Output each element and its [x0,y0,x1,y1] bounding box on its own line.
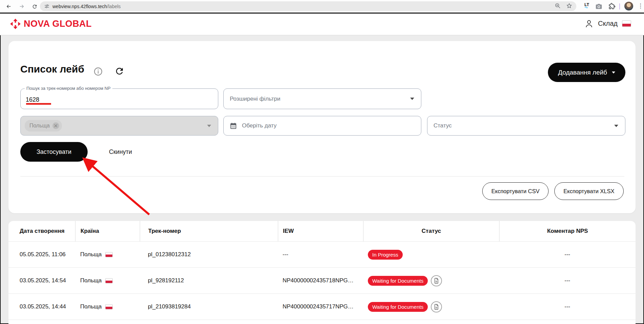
cell-date: 03.05.2025, 14:54 [8,277,75,284]
country-chip: Польща ✕ [25,120,62,131]
country-name: Польща [80,277,102,284]
table-row[interactable]: 05.05.2025, 11:06 Польща pl_01238012312 … [8,241,636,267]
status-placeholder: Статус [434,122,452,129]
col-status: Статус [363,221,499,241]
document-icon[interactable] [431,301,442,312]
date-picker-field[interactable]: Оберіть дату [223,116,421,136]
advanced-filters-select[interactable]: Розширені фільтри [223,88,421,109]
cell-country: Польща [75,303,140,310]
back-icon[interactable] [4,2,13,11]
user-name: Склад [598,20,618,27]
user-menu[interactable]: Склад [584,19,631,28]
col-comment: Коментар NPS [499,221,636,241]
browser-window: webview.nps.42flows.tech/labels LT ⋮ [0,0,644,324]
reload-icon[interactable] [30,2,39,11]
status-select[interactable]: Статус [427,116,625,136]
col-date: Дата створення [8,221,75,241]
advanced-filters-label: Розширені фільтри [230,96,281,102]
forward-icon[interactable] [17,2,26,11]
cell-status: Waiting for Documents [363,301,499,312]
chip-remove-icon[interactable]: ✕ [52,122,59,129]
date-placeholder: Оберіть дату [242,122,276,129]
cell-iew: NP40000002435717NPG… [278,303,363,310]
url-text: webview.nps.42flows.tech/labels [52,4,121,9]
col-country: Країна [75,221,140,241]
country-select-disabled[interactable]: Польща ✕ [20,116,218,136]
cell-status: Waiting for Documents [363,275,499,286]
cell-track: pl_928192112 [140,277,278,284]
chevron-down-icon [612,72,615,74]
extensions-puzzle-icon[interactable] [608,3,616,10]
export-xlsx-button[interactable]: Експортувати XLSX [554,182,624,200]
site-settings-icon[interactable] [44,3,50,9]
user-icon [584,19,594,28]
profile-avatar[interactable] [624,2,633,11]
cell-track: pl_21093819284 [140,303,278,310]
search-field: Пошук за трек-номером або номером NP [20,88,218,109]
url-bar[interactable]: webview.nps.42flows.tech/labels [40,1,576,11]
add-label-text: Додавання лейб [558,69,607,76]
cell-date: 05.05.2025, 11:06 [8,251,75,258]
poland-flag-icon[interactable] [622,20,631,27]
calendar-icon [229,122,237,130]
table-body: 05.05.2025, 11:06 Польща pl_01238012312 … [8,241,636,320]
page-title: Список лейб [20,63,84,75]
cell-comment: --- [499,251,636,258]
cell-comment: --- [499,303,636,310]
search-input[interactable] [21,89,218,109]
table-row[interactable]: 03.05.2025, 14:44 Польща pl_21093819284 … [8,293,636,320]
export-csv-button[interactable]: Експортувати CSV [482,182,549,200]
cell-country: Польща [75,251,140,258]
cell-status: In Progress [363,250,499,260]
info-icon[interactable] [94,67,103,77]
col-track: Трек-номер [140,221,278,241]
status-badge: Waiting for Documents [368,276,428,286]
table-row[interactable]: 03.05.2025, 14:54 Польща pl_928192112 NP… [8,267,636,293]
table-bottom [8,320,636,324]
country-name: Польща [80,251,102,258]
country-name: Польща [80,303,102,310]
chevron-down-icon [207,125,211,127]
country-chip-label: Польща [29,123,50,129]
filters-card: Список лейб Додавання лейб Пошук за трек… [8,41,636,213]
refresh-icon[interactable] [114,66,125,78]
cell-country: Польща [75,277,140,284]
chevron-down-icon [410,98,414,100]
zoom-icon[interactable] [555,3,561,10]
cell-comment: --- [499,277,636,284]
cell-iew: --- [278,251,363,258]
table-header: Дата створення Країна Трек-номер IEW Ста… [8,221,636,241]
languagetool-extension-icon[interactable]: LT [584,2,591,9]
reset-button[interactable]: Скинути [109,142,132,162]
col-iew: IEW [278,221,363,241]
cell-track: pl_01238012312 [140,251,278,258]
browser-menu-icon[interactable]: ⋮ [638,2,643,9]
cell-date: 03.05.2025, 14:44 [8,303,75,310]
cell-iew: NP40000002435718NPG… [278,277,363,284]
apply-button[interactable]: Застосувати [20,142,88,162]
status-badge: In Progress [368,250,403,260]
bookmark-star-icon[interactable] [566,3,572,10]
status-badge: Waiting for Documents [368,302,428,312]
browser-toolbar: webview.nps.42flows.tech/labels LT ⋮ [0,0,644,13]
poland-flag-icon [105,304,113,309]
poland-flag-icon [105,278,113,283]
app-header: NOVA GLOBAL Склад [0,14,644,35]
document-icon[interactable] [431,275,442,286]
brand-name: NOVA GLOBAL [24,19,92,29]
add-label-button[interactable]: Додавання лейб [548,63,625,82]
labels-table: Дата створення Країна Трек-номер IEW Ста… [8,221,636,324]
svg-text:LT: LT [584,2,589,7]
logo-arrows-icon [10,19,21,29]
poland-flag-icon [105,252,113,257]
chevron-down-icon [614,125,618,127]
annotation-underline [26,103,51,105]
screenshot-extension-icon[interactable] [595,3,602,10]
divider [20,176,624,177]
toolbar-divider [619,3,620,9]
nova-global-logo[interactable]: NOVA GLOBAL [10,19,92,29]
